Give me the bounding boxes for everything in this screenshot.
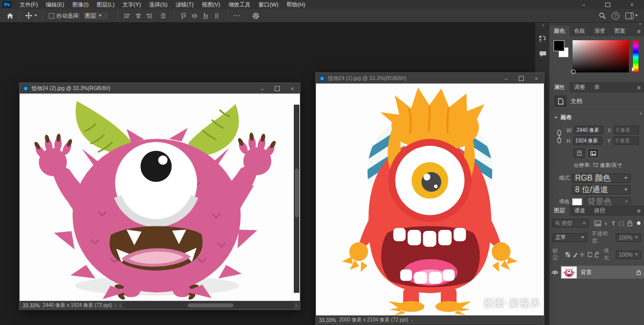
vertical-scrollbar-thumb[interactable]: [295, 169, 299, 217]
align-right-icon[interactable]: [146, 13, 152, 19]
width-input[interactable]: 2440 像素: [574, 126, 603, 134]
menu-item-help[interactable]: 帮助(H): [282, 0, 309, 9]
canvas-section-header[interactable]: 画布 ∧: [549, 110, 644, 124]
canvas-fill-dropdown[interactable]: 背景色: [585, 197, 631, 205]
doc-minimize-button[interactable]: –: [499, 73, 514, 84]
smart-object-filter-icon[interactable]: [627, 220, 632, 226]
color-mode-dropdown[interactable]: RGB 颜色: [572, 174, 630, 183]
color-picker-handle[interactable]: [571, 69, 576, 74]
link-dimensions-button[interactable]: [556, 128, 562, 145]
tab-channels[interactable]: 通道: [570, 205, 590, 216]
blend-mode-dropdown[interactable]: 正常: [552, 233, 587, 242]
doc-maximize-button[interactable]: [514, 73, 529, 84]
doc-minimize-button[interactable]: –: [255, 83, 270, 94]
menu-item-plugins[interactable]: 增效工具: [224, 0, 255, 9]
type-layer-filter-icon[interactable]: T: [612, 220, 615, 226]
align-v-centers-icon[interactable]: [160, 13, 167, 19]
comments-panel-button[interactable]: [539, 50, 547, 58]
tab-gradients[interactable]: 渐变: [590, 26, 610, 36]
scroll-left-arrow[interactable]: ‹: [120, 303, 121, 308]
scrollbar-thumb[interactable]: [188, 303, 233, 307]
menu-item-view[interactable]: 视图(V): [198, 0, 224, 9]
hue-slider-handle[interactable]: [632, 67, 634, 71]
y-input[interactable]: 0 像素: [613, 136, 639, 145]
search-button[interactable]: [599, 12, 606, 19]
document-canvas[interactable]: [20, 94, 300, 301]
help-icon[interactable]: ?: [612, 12, 619, 20]
align-bottom-icon[interactable]: [202, 13, 209, 19]
x-input[interactable]: 0 像素: [614, 126, 639, 134]
move-tool-button[interactable]: [23, 12, 40, 19]
scroll-right-arrow[interactable]: ›: [295, 303, 297, 308]
selected-layer[interactable]: 背景: [560, 266, 644, 279]
tab-color[interactable]: 颜色: [549, 26, 570, 36]
app-maximize-button[interactable]: [596, 0, 620, 9]
lock-all-icon[interactable]: [595, 252, 599, 258]
auto-select-checkbox[interactable]: [49, 13, 54, 19]
saturation-brightness-field[interactable]: [573, 40, 629, 72]
align-top-icon[interactable]: [180, 13, 187, 19]
filtering-toggle-icon[interactable]: [637, 221, 640, 225]
tab-layers[interactable]: 图层: [549, 205, 570, 216]
doc-close-button[interactable]: ×: [529, 73, 544, 84]
menu-item-window[interactable]: 窗口(W): [255, 0, 283, 9]
tab-libraries[interactable]: 库: [590, 82, 604, 93]
auto-select-target-dropdown[interactable]: 图层: [82, 11, 109, 21]
menu-item-edit[interactable]: 编辑(E): [42, 0, 68, 9]
align-center-h-icon[interactable]: [135, 13, 141, 19]
photoshop-logo-icon[interactable]: Ps: [3, 1, 12, 8]
tab-adjustments[interactable]: 调整: [570, 82, 590, 93]
height-input[interactable]: 1924 像素: [573, 136, 602, 145]
document-title-bar[interactable]: ▦ 怪物24 (2).jpg @ 33.3%(RGB/8#) – ×: [20, 83, 300, 94]
menu-item-file[interactable]: 文件(F): [16, 0, 42, 9]
foreground-background-swatches[interactable]: [553, 40, 569, 60]
more-options-button[interactable]: ···: [231, 13, 243, 19]
panel-menu-icon[interactable]: ≡: [634, 26, 644, 36]
expand-dock-chevrons[interactable]: «: [541, 23, 543, 28]
document-canvas[interactable]: 摄图·新视界: [316, 84, 544, 316]
adjustment-layer-filter-icon[interactable]: ◐: [605, 220, 608, 226]
fill-input[interactable]: 100%: [616, 251, 641, 259]
app-minimize-button[interactable]: –: [572, 0, 596, 9]
opacity-input[interactable]: 100%: [616, 233, 641, 242]
layer-thumbnail[interactable]: [561, 267, 577, 278]
scrollbar-channel[interactable]: [123, 302, 294, 308]
lock-position-icon[interactable]: [580, 252, 585, 258]
menu-item-layer[interactable]: 图层(L): [93, 0, 118, 9]
status-menu-chevron[interactable]: ›: [411, 317, 413, 323]
zoom-level[interactable]: 33.33%: [23, 303, 40, 308]
status-menu-chevron[interactable]: ›: [115, 303, 116, 308]
canvas-landscape-button[interactable]: [588, 148, 599, 158]
canvas-portrait-button[interactable]: [574, 148, 585, 158]
bit-depth-dropdown[interactable]: 8 位/通道: [572, 185, 630, 194]
collapse-panels-chevrons[interactable]: »: [549, 22, 644, 26]
history-panel-button[interactable]: [538, 35, 547, 43]
shape-layer-filter-icon[interactable]: ▢: [618, 220, 623, 226]
zoom-level[interactable]: 33.33%: [319, 317, 336, 323]
lock-transparency-icon[interactable]: [565, 252, 570, 258]
tab-properties[interactable]: 属性: [549, 82, 570, 93]
scroll-up-hint[interactable]: ∧: [639, 111, 643, 116]
pixel-layer-filter-icon[interactable]: [594, 220, 601, 226]
doc-close-button[interactable]: ×: [285, 83, 300, 94]
workspace-switcher-button[interactable]: [625, 13, 638, 19]
tab-swatches[interactable]: 色板: [570, 26, 590, 36]
layer-filter-dropdown[interactable]: 类型: [552, 219, 589, 227]
panel-menu-icon[interactable]: ≡: [634, 205, 644, 216]
menu-item-type[interactable]: 文字(Y): [119, 0, 145, 9]
app-close-button[interactable]: ×: [620, 0, 644, 9]
lock-artboard-icon[interactable]: [587, 252, 592, 258]
distribute-h-icon[interactable]: [191, 13, 198, 19]
doc-maximize-button[interactable]: [270, 83, 285, 94]
layer-row-background[interactable]: 背景: [549, 266, 644, 279]
workspace-settings-button[interactable]: [250, 12, 262, 20]
lock-pixels-icon[interactable]: [573, 252, 578, 258]
vertical-scrollbar[interactable]: [294, 105, 299, 293]
hue-slider[interactable]: [633, 40, 638, 72]
distribute-v-icon[interactable]: [213, 13, 220, 19]
document-icon-button[interactable]: [554, 96, 567, 107]
canvas-fill-swatch[interactable]: [572, 198, 582, 206]
document-title-bar[interactable]: ▦ 怪物24 (1).jpg @ 33.3%(RGB/8#) – ×: [316, 73, 544, 84]
menu-item-select[interactable]: 选择(S): [145, 0, 172, 9]
menu-item-image[interactable]: 图像(I): [68, 0, 93, 9]
